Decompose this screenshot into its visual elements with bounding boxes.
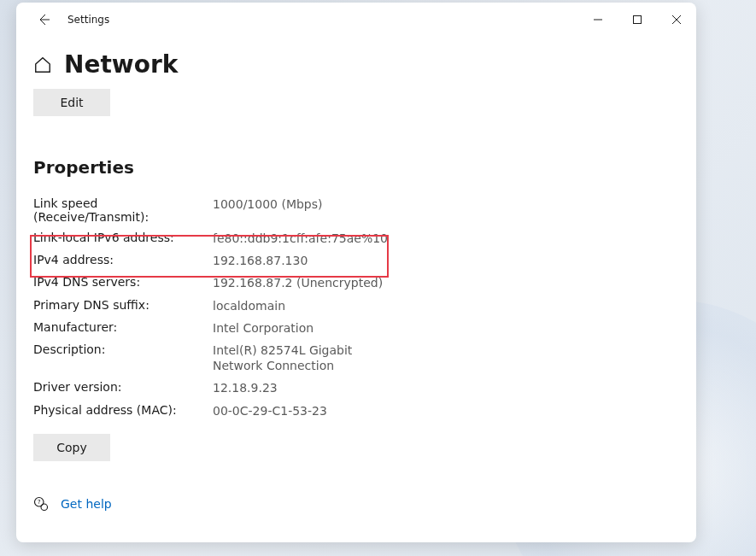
property-row-manufacturer: Manufacturer: Intel Corporation (33, 317, 679, 339)
close-button[interactable] (657, 6, 696, 33)
property-value: 192.168.87.2 (Unencrypted) (213, 275, 383, 290)
copy-button[interactable]: Copy (33, 434, 110, 461)
property-row-mac: Physical address (MAC): 00-0C-29-C1-53-2… (33, 400, 679, 422)
back-button[interactable] (26, 3, 61, 37)
property-value: Intel Corporation (213, 320, 314, 336)
property-value: 00-0C-29-C1-53-23 (213, 403, 327, 418)
property-value: fe80::ddb9:1cff:afe:75ae%10 (213, 231, 388, 246)
edit-button[interactable]: Edit (33, 89, 110, 116)
page-title: Network (64, 50, 178, 79)
property-row-ipv6: Link-local IPv6 address: fe80::ddb9:1cff… (33, 227, 679, 249)
svg-text:?: ? (38, 499, 41, 506)
get-help-link[interactable]: Get help (61, 497, 112, 511)
titlebar: Settings (16, 3, 696, 37)
property-value: 12.18.9.23 (213, 380, 278, 395)
properties-table: Link speed (Receive/Transmit): 1000/1000… (33, 193, 679, 422)
property-row-driver-version: Driver version: 12.18.9.23 (33, 377, 679, 399)
property-label: Driver version: (33, 380, 213, 394)
property-row-ipv4-address: IPv4 address: 192.168.87.130 (33, 249, 679, 272)
close-icon (672, 15, 681, 24)
property-value: localdomain (213, 298, 285, 313)
settings-window: Settings (16, 3, 696, 542)
window-controls (578, 6, 696, 33)
content-area: Network Edit Properties Link speed (Rece… (16, 37, 696, 542)
property-label: Link-local IPv6 address: (33, 231, 213, 244)
help-row: ? Get help (33, 496, 679, 525)
window-title: Settings (67, 14, 109, 26)
page-header: Network (33, 50, 679, 79)
property-row-dns-suffix: Primary DNS suffix: localdomain (33, 295, 679, 317)
property-label: Link speed (Receive/Transmit): (33, 196, 213, 224)
property-label: Physical address (MAC): (33, 403, 213, 417)
svg-point-5 (41, 504, 48, 511)
properties-heading: Properties (33, 157, 679, 178)
property-value: 1000/1000 (Mbps) (213, 196, 323, 212)
minimize-button[interactable] (578, 6, 618, 33)
property-row-ipv4-dns: IPv4 DNS servers: 192.168.87.2 (Unencryp… (33, 272, 679, 294)
property-label: IPv4 address: (33, 253, 213, 266)
help-icon: ? (33, 496, 49, 512)
back-arrow-icon (37, 13, 50, 26)
property-value: 192.168.87.130 (213, 253, 308, 268)
property-row-link-speed: Link speed (Receive/Transmit): 1000/1000… (33, 193, 679, 227)
property-label: Manufacturer: (33, 320, 213, 334)
property-value: Intel(R) 82574L Gigabit Network Connecti… (213, 342, 392, 373)
property-label: Description: (33, 342, 213, 356)
property-label: Primary DNS suffix: (33, 298, 213, 312)
property-row-description: Description: Intel(R) 82574L Gigabit Net… (33, 339, 679, 377)
maximize-button[interactable] (618, 6, 657, 33)
minimize-icon (594, 15, 602, 24)
home-icon (33, 56, 52, 74)
svg-rect-1 (634, 16, 642, 24)
property-label: IPv4 DNS servers: (33, 275, 213, 289)
maximize-icon (633, 15, 642, 24)
